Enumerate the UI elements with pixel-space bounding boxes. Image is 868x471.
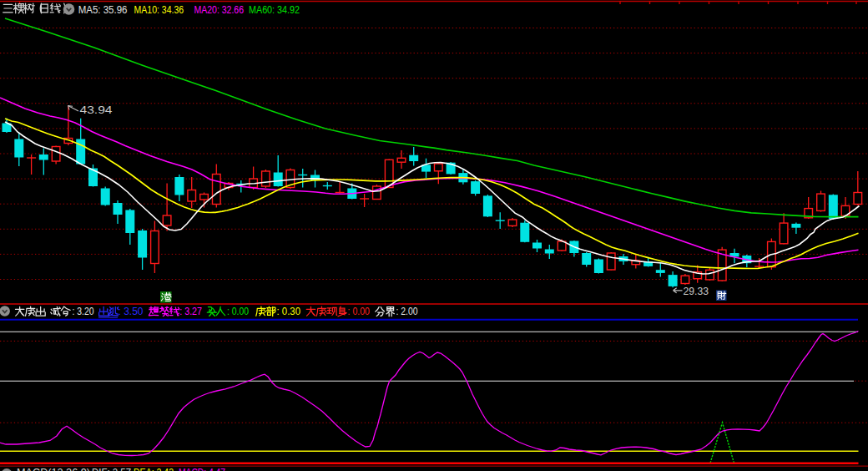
svg-text:MACD(12,26,9): MACD(12,26,9) xyxy=(17,467,90,471)
svg-text:MA20: 32.66: MA20: 32.66 xyxy=(194,4,245,16)
svg-text:MA5: 35.96: MA5: 35.96 xyxy=(78,4,128,16)
svg-text:: 0.30: : 0.30 xyxy=(277,306,301,317)
svg-text:43.94: 43.94 xyxy=(80,104,113,116)
svg-text:: 3.20: : 3.20 xyxy=(73,306,94,317)
svg-text:: 0.00: : 0.00 xyxy=(348,306,371,317)
svg-text:29.33: 29.33 xyxy=(684,286,709,297)
svg-text:MACD: 4.47: MACD: 4.47 xyxy=(179,467,225,471)
svg-text:: 3.27: : 3.27 xyxy=(179,306,202,317)
svg-text:: 0.00: : 0.00 xyxy=(227,306,249,317)
svg-text:MA60: 34.92: MA60: 34.92 xyxy=(249,4,300,16)
svg-text:DEA: 2.43: DEA: 2.43 xyxy=(134,467,174,471)
svg-text:DIF: 2.57: DIF: 2.57 xyxy=(92,467,131,471)
svg-text:: 3.50: : 3.50 xyxy=(119,306,144,317)
svg-text:MA10: 34.36: MA10: 34.36 xyxy=(134,4,184,16)
svg-text:: 2.00: : 2.00 xyxy=(396,306,418,317)
